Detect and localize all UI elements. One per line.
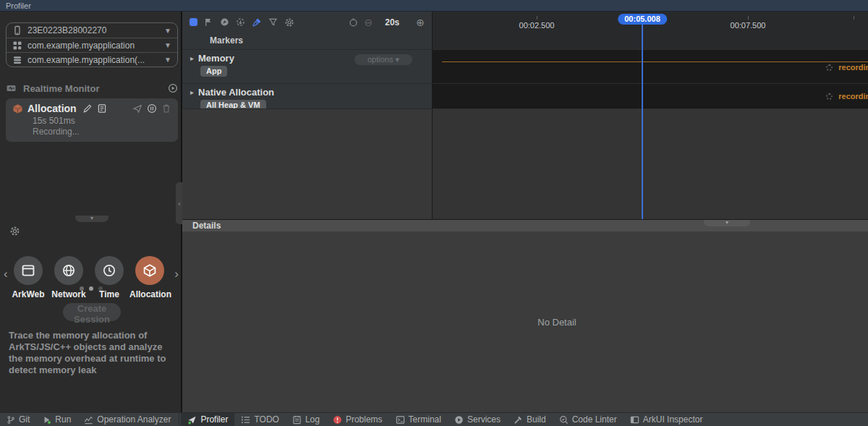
app-selector[interactable]: com.example.myapplication ▼ <box>7 38 177 52</box>
start-monitor-play-icon[interactable] <box>168 83 178 93</box>
statusbar-item-build[interactable]: Build <box>507 413 553 426</box>
filter-funnel-icon[interactable] <box>268 17 278 27</box>
no-detail-text: No Detail <box>537 317 576 328</box>
sidebar-collapse-tab[interactable]: ▾ <box>75 216 109 222</box>
timeline-settings-gear-icon[interactable] <box>284 17 294 27</box>
statusbar-item-run[interactable]: Run <box>36 413 77 426</box>
device-phone-icon <box>12 25 22 35</box>
timeline: ⊖ 20s ⊕ Markers ▸ Memory App options ▾ ▸ <box>182 12 868 219</box>
details-bar[interactable]: Details <box>182 219 868 231</box>
run-play-icon <box>43 415 51 425</box>
sidebar: 23E0223B28002270 ▼ com.example.myapplica… <box>0 12 182 412</box>
statusbar-item-log[interactable]: Log <box>286 413 326 426</box>
statusbar-item-operation-analyzer[interactable]: Operation Analyzer <box>77 413 177 426</box>
stop-recording-button[interactable] <box>190 18 197 26</box>
zoom-in-icon[interactable]: ⊕ <box>416 17 425 27</box>
memory-recording-status: recording <box>838 63 868 72</box>
expand-arrow-icon[interactable]: ▸ <box>190 88 194 96</box>
expand-arrow-icon[interactable]: ▸ <box>190 54 194 62</box>
memory-options-button[interactable]: options ▾ <box>354 54 412 65</box>
pagination-dot[interactable] <box>98 286 103 291</box>
delete-session-trash-icon[interactable] <box>161 103 171 114</box>
markers-track[interactable] <box>433 33 868 49</box>
statusbar-item-problems[interactable]: Problems <box>326 413 389 426</box>
timeline-header-column: ⊖ 20s ⊕ Markers ▸ Memory App options ▾ ▸ <box>182 12 432 219</box>
reset-zoom-timer-icon[interactable] <box>349 17 358 27</box>
carousel-pagination <box>0 286 182 291</box>
chevron-down-icon: ▼ <box>164 27 171 35</box>
terminal-icon <box>396 415 405 425</box>
device-selector[interactable]: 23E0223B28002270 ▼ <box>7 23 177 38</box>
pagination-dot[interactable] <box>89 286 93 291</box>
recording-spinner-icon <box>826 64 833 71</box>
zoom-out-icon[interactable]: ⊖ <box>365 17 373 27</box>
statusbar-item-code-linter[interactable]: Code Linter <box>553 413 624 426</box>
code-linter-magnifier-icon <box>559 415 569 425</box>
playhead-line[interactable] <box>642 16 643 219</box>
statusbar-item-git[interactable]: Git <box>0 413 36 426</box>
flag-marker-icon[interactable] <box>204 17 213 27</box>
device-selector-value: 23E0223B28002270 <box>27 25 159 35</box>
carousel-item-time[interactable]: Time <box>89 256 129 299</box>
session-notes-icon[interactable] <box>97 103 107 114</box>
statusbar-item-arkui-inspector[interactable]: ArkUI Inspector <box>624 413 710 426</box>
session-name: Allocation <box>27 103 77 114</box>
timeline-tracks-empty <box>433 108 868 219</box>
ruler-label: 00:02.500 <box>519 21 555 30</box>
pagination-dot[interactable] <box>80 286 84 291</box>
chevron-down-icon: ▼ <box>164 41 171 49</box>
timeline-panel: ⊖ 20s ⊕ Markers ▸ Memory App options ▾ ▸ <box>182 12 868 412</box>
playhead-time-badge[interactable]: 00:05.008 <box>618 14 667 25</box>
git-branch-icon <box>7 415 15 425</box>
statusbar-item-todo[interactable]: TODO <box>234 413 285 426</box>
app-selector-value: com.example.myapplication <box>27 41 159 51</box>
arkui-inspector-icon <box>630 415 639 425</box>
profiler-type-carousel: ‹ › ArkWeb Network Time <box>0 243 182 308</box>
realtime-monitor-row: Realtime Monitor <box>6 81 178 95</box>
profiler-plane-icon <box>187 415 197 425</box>
navigate-circle-icon[interactable] <box>220 17 229 27</box>
memory-row-header[interactable]: ▸ Memory App options ▾ <box>182 49 432 83</box>
timeline-toolbar: ⊖ 20s ⊕ <box>182 12 432 33</box>
app-grid-icon <box>12 41 22 51</box>
services-play-icon <box>454 415 464 425</box>
todo-list-icon <box>241 415 250 425</box>
carousel-prev-icon[interactable]: ‹ <box>4 269 8 279</box>
carousel-next-icon[interactable]: › <box>174 269 179 279</box>
export-send-icon[interactable] <box>132 103 142 114</box>
clear-brush-icon[interactable] <box>252 17 262 27</box>
carousel-item-network[interactable]: Network <box>48 256 89 299</box>
create-session-button[interactable]: Create Session <box>63 303 121 321</box>
pause-session-icon[interactable] <box>147 103 157 114</box>
carousel-item-arkweb[interactable]: ArkWeb <box>8 256 48 299</box>
process-selector-value: com.example.myapplication(... <box>27 55 159 65</box>
profiler-window: Profiler 23E0223B28002270 ▼ com.example.… <box>0 0 868 426</box>
zoom-window-value: 20s <box>385 17 399 27</box>
build-hammer-icon <box>514 415 523 425</box>
native-allocation-track[interactable]: recording <box>433 83 868 108</box>
statusbar-item-services[interactable]: Services <box>448 413 507 426</box>
carousel-item-allocation[interactable]: Allocation <box>129 256 170 299</box>
session-status: Recording... <box>33 127 171 137</box>
problems-error-icon <box>333 415 342 425</box>
native-allocation-row-header[interactable]: ▸ Native Allocation All Heap & VM <box>182 83 432 108</box>
allocation-cube-icon <box>142 263 157 278</box>
details-collapse-tab[interactable]: ▾ <box>704 220 750 226</box>
memory-track[interactable]: recording <box>433 49 868 83</box>
chevron-down-icon: ▼ <box>164 56 171 64</box>
target-selectors: 23E0223B28002270 ▼ com.example.myapplica… <box>6 22 178 67</box>
allocation-cube-icon <box>12 103 23 114</box>
panel-title: Profiler <box>0 0 868 12</box>
rename-pencil-icon[interactable] <box>82 103 93 114</box>
settings-gear-icon[interactable] <box>9 226 20 237</box>
realtime-monitor-label: Realtime Monitor <box>23 83 161 94</box>
arkweb-browser-icon <box>21 263 35 278</box>
screenshot-refresh-icon[interactable] <box>236 17 245 27</box>
statusbar-item-terminal[interactable]: Terminal <box>389 413 448 426</box>
process-selector[interactable]: com.example.myapplication(... ▼ <box>7 52 177 67</box>
statusbar-item-profiler[interactable]: Profiler <box>181 413 234 426</box>
timeline-tracks-column[interactable]: 00:02.500 00:07.500 recording recording <box>432 12 868 219</box>
profiler-description: Trace the memory allocation of ArkTS/JS/… <box>9 330 178 376</box>
session-card-allocation[interactable]: Allocation 15s 501ms Record <box>6 98 178 142</box>
statusbar: Git Run Operation Analyzer Profiler TOD <box>0 412 868 426</box>
